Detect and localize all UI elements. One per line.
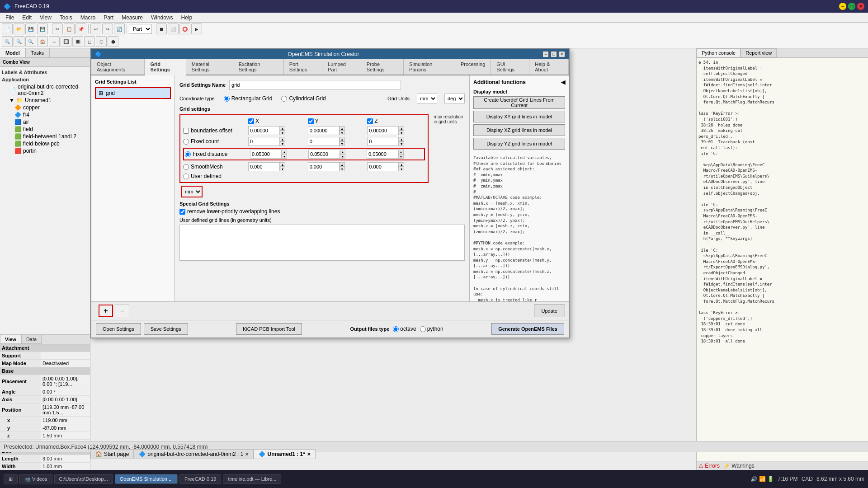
fixed-dist-y-down[interactable]: ▼ [340, 154, 345, 159]
boundaries-z-up[interactable]: ▲ [399, 126, 404, 131]
menu-edit[interactable]: Edit [19, 14, 35, 22]
tree-item-unnamed1[interactable]: ▼ 📁 Unnamed1 [2, 97, 88, 104]
xyz-check-y[interactable]: Y [308, 118, 366, 124]
fixed-dist-z-up[interactable]: ▲ [398, 150, 404, 154]
fixed-count-y-input[interactable] [308, 137, 340, 146]
boundaries-x-up[interactable]: ▲ [280, 126, 285, 131]
smooth-z-up[interactable]: ▲ [399, 162, 404, 167]
menu-windows[interactable]: Windows [147, 14, 177, 22]
tb-open[interactable]: 📂 [14, 23, 24, 34]
tree-item-copper[interactable]: 🔶 copper [2, 104, 88, 111]
fixed-distance-radio[interactable] [185, 151, 191, 157]
smooth-y-up[interactable]: ▲ [340, 162, 345, 167]
dialog-minimize[interactable]: − [542, 51, 549, 57]
fixed-count-z-input[interactable] [367, 137, 399, 146]
smooth-x-up[interactable]: ▲ [280, 162, 285, 167]
boundaries-y-input[interactable] [308, 126, 340, 135]
fixed-count-y-down[interactable]: ▼ [340, 141, 345, 146]
tree-item-portin[interactable]: 🟥 portin [2, 147, 88, 155]
tab-object-assignments[interactable]: Object Assignments [91, 59, 145, 75]
tab-processing[interactable]: Processing [455, 59, 491, 75]
tab-start-page[interactable]: 🏠 Start page [90, 449, 134, 459]
fixed-distance-z-input[interactable] [367, 150, 398, 159]
tab-material-settings[interactable]: Material Settings [186, 59, 233, 75]
tb-v6[interactable]: 🔲 [61, 36, 71, 47]
check-x[interactable] [248, 118, 254, 124]
start-button[interactable]: ⊞ [4, 474, 18, 484]
smooth-mesh-y-input[interactable] [308, 162, 340, 171]
grid-list-item-grid[interactable]: ⊞ grid [95, 87, 171, 99]
radio-cyl-input[interactable] [281, 96, 287, 102]
tree-item-field-below[interactable]: 🟩 field-below-pcb [2, 140, 88, 147]
create-userdef-btn[interactable]: Create Userdef Grid Lines From Current [473, 96, 565, 109]
update-btn[interactable]: Update [534, 305, 565, 317]
display-xz-btn[interactable]: Display XZ grid lines in model [473, 124, 565, 136]
tab-excitation-settings[interactable]: Excitation Settings [233, 59, 284, 75]
part-dropdown[interactable]: Part [129, 24, 152, 34]
tb-stop[interactable]: ⏹ [156, 23, 167, 34]
tb-cyl[interactable]: ⭕ [179, 23, 190, 34]
fixed-count-x-down[interactable]: ▼ [280, 141, 285, 146]
user-defined-radio[interactable] [183, 174, 189, 179]
report-view-tab[interactable]: Report view [741, 48, 777, 57]
smooth-y-down[interactable]: ▼ [340, 167, 345, 171]
fixed-distance-y-input[interactable] [308, 150, 340, 159]
radio-octave-input[interactable] [393, 326, 399, 332]
tab-port-settings[interactable]: Port Settings [284, 59, 323, 75]
taskbar-openems[interactable]: OpenEMS Simulation ... [115, 474, 178, 484]
combo-tab-model[interactable]: Model [0, 48, 26, 57]
fixed-count-radio[interactable] [183, 139, 189, 145]
menu-macro[interactable]: Macro [77, 14, 99, 22]
menu-tools[interactable]: Tools [56, 14, 76, 22]
display-yz-btn[interactable]: Display YZ grid lines in model [473, 138, 565, 150]
smooth-mesh-radio[interactable] [183, 164, 189, 170]
menu-part[interactable]: Part [100, 14, 117, 22]
fixed-dist-x-up[interactable]: ▲ [282, 150, 287, 154]
tb-saveas[interactable]: 💾 [37, 23, 48, 34]
tree-item-field[interactable]: 🟩 field [2, 126, 88, 133]
boundaries-z-down[interactable]: ▼ [399, 131, 404, 135]
boundaries-x-input[interactable] [248, 126, 280, 135]
save-settings-btn[interactable]: Save Settings [144, 323, 188, 335]
tab-simulation-params[interactable]: Simulation Params [404, 59, 455, 75]
maximize-button[interactable]: □ [848, 3, 855, 10]
fixed-dist-z-down[interactable]: ▼ [398, 154, 404, 159]
tab-lumped-part[interactable]: Lumped Part [322, 59, 361, 75]
tb-v1[interactable]: 🔍 [2, 36, 13, 47]
boundaries-check[interactable] [183, 128, 189, 134]
tab-grid-settings[interactable]: Grid Settings [145, 59, 186, 75]
radio-rect-input[interactable] [224, 96, 230, 102]
grid-units-mm-select[interactable]: mm m µm [417, 94, 437, 103]
fixed-count-x-up[interactable]: ▲ [280, 137, 285, 141]
menu-file[interactable]: File [2, 14, 18, 22]
tb-paste[interactable]: 📌 [75, 23, 86, 34]
tb-refresh[interactable]: 🔄 [114, 23, 125, 34]
tab-unnamed[interactable]: 🔷 Unnamed1 : 1* ✕ [254, 449, 315, 459]
tab-help-about[interactable]: Help & About [529, 59, 569, 75]
view-tab-view[interactable]: View [0, 335, 21, 344]
view-tab-data[interactable]: Data [21, 335, 42, 344]
unnamed-close[interactable]: ✕ [307, 452, 311, 457]
menu-help[interactable]: Help [178, 14, 196, 22]
tb-v9[interactable]: ⬡ [96, 36, 107, 47]
smooth-x-down[interactable]: ▼ [280, 167, 285, 171]
tb-new[interactable]: 📄 [2, 23, 13, 34]
menu-measure[interactable]: Measure [118, 14, 146, 22]
tb-save[interactable]: 💾 [25, 23, 36, 34]
original-close[interactable]: ✕ [245, 452, 249, 457]
tree-item-field-between[interactable]: 🟩 field-betweenL1andL2 [2, 133, 88, 140]
tb-undo[interactable]: ↩ [90, 23, 101, 34]
dialog-restore[interactable]: □ [551, 51, 557, 57]
tb-box[interactable]: ⬜ [168, 23, 179, 34]
close-button[interactable]: × [857, 3, 864, 10]
generate-btn[interactable]: Generate OpenEMS Files [491, 323, 564, 335]
tree-item-fr4[interactable]: 🔷 fr4 [2, 111, 88, 118]
open-settings-btn[interactable]: Open Settings [96, 323, 141, 335]
taskbar-videos[interactable]: 📹 Videos [19, 474, 52, 484]
fixed-count-y-up[interactable]: ▲ [340, 137, 345, 141]
tree-item-air[interactable]: 🟦 air [2, 118, 88, 126]
minimize-button[interactable]: − [839, 3, 846, 10]
python-console-tab[interactable]: Python console [697, 48, 741, 57]
tb-copy[interactable]: 📋 [64, 23, 75, 34]
grid-units-deg-select[interactable]: deg rad [444, 94, 465, 103]
